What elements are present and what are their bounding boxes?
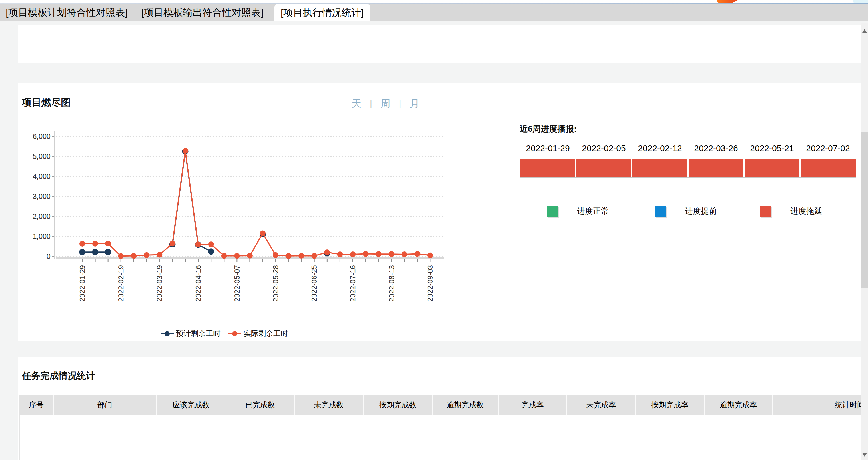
data-point-实际剩余工时	[337, 252, 343, 257]
tab-2[interactable]: [项目模板输出符合性对照表]	[138, 6, 267, 19]
data-point-实际剩余工时	[273, 252, 278, 258]
status-swatch-进度拖延	[760, 206, 771, 217]
x-axis-label: 2022-03-19	[155, 265, 163, 302]
broadcast-table: 2022-01-292022-02-052022-02-122022-03-26…	[520, 138, 856, 178]
x-axis-tick	[288, 259, 289, 262]
tasks-header-cell-完成率: 完成率	[499, 395, 567, 415]
y-axis-label: 6,000	[33, 132, 51, 140]
data-point-预计剩余工时	[92, 249, 98, 255]
y-axis-label: 2,000	[33, 212, 51, 220]
x-axis-tick	[172, 259, 173, 262]
x-axis-tick	[223, 259, 224, 262]
broadcast-title: 近6周进度播报:	[520, 124, 577, 135]
legend-item-预计剩余工时[interactable]: 预计剩余工时	[161, 329, 221, 338]
burndown-card: 项目燃尽图 天|周|月 01,0002,0003,0004,0005,0006,…	[18, 84, 861, 340]
broadcast-date-cell: 2022-05-21	[744, 138, 800, 159]
data-point-实际剩余工时	[183, 148, 188, 154]
x-axis-label: 2022-04-16	[194, 265, 203, 302]
data-point-实际剩余工时	[402, 252, 407, 257]
x-axis-label: 2022-07-16	[349, 265, 357, 302]
y-axis-label: 3,000	[33, 192, 51, 200]
toggle-天[interactable]: 天	[351, 97, 361, 110]
broadcast-date-cell: 2022-02-12	[632, 138, 688, 159]
x-axis-label: 2022-05-28	[272, 265, 280, 302]
data-point-实际剩余工时	[92, 241, 98, 247]
data-point-实际剩余工时	[324, 250, 330, 255]
tab-3[interactable]: [项目执行情况统计]	[274, 4, 370, 21]
x-axis-tick	[314, 259, 315, 262]
status-swatch-进度正常	[547, 206, 558, 217]
data-point-实际剩余工时	[118, 253, 124, 259]
broadcast-date-cell: 2022-01-29	[520, 138, 576, 159]
data-point-预计剩余工时	[105, 249, 111, 255]
x-axis-tick	[133, 259, 134, 262]
data-point-实际剩余工时	[414, 251, 420, 257]
data-point-实际剩余工时	[157, 252, 162, 257]
data-point-实际剩余工时	[363, 251, 369, 257]
toggle-separator: |	[370, 99, 372, 108]
data-point-实际剩余工时	[131, 253, 136, 259]
x-axis-tick	[146, 259, 147, 262]
x-axis-label: 2022-01-29	[78, 265, 86, 302]
tasks-header-cell-序号: 序号	[20, 395, 54, 415]
toggle-月[interactable]: 月	[410, 97, 420, 110]
tasks-header-cell-应该完成数: 应该完成数	[157, 395, 226, 415]
x-axis-tick	[121, 259, 121, 262]
data-point-实际剩余工时	[169, 240, 175, 246]
data-point-实际剩余工时	[311, 253, 317, 259]
legend-marker-icon	[228, 330, 241, 337]
status-label: 进度正常	[577, 206, 609, 217]
broadcast-status-cell	[744, 159, 800, 178]
y-axis-label: 5,000	[33, 152, 51, 160]
status-label: 进度提前	[685, 206, 717, 217]
x-axis-tick	[417, 259, 417, 262]
y-axis-label: 0	[46, 252, 51, 260]
legend-item-实际剩余工时[interactable]: 实际剩余工时	[228, 329, 288, 338]
tasks-card: 任务完成情况统计 序号部门应该完成数已完成数未完成数按期完成数逾期完成数完成率未…	[18, 357, 861, 460]
burndown-title: 项目燃尽图	[22, 96, 71, 109]
period-toggle-group: 天|周|月	[351, 97, 420, 110]
x-axis-label: 2022-05-07	[233, 265, 241, 302]
data-point-预计剩余工时	[208, 248, 214, 255]
x-axis-tick	[108, 259, 108, 262]
x-axis-tick	[378, 259, 379, 262]
legend-marker-icon	[161, 330, 174, 337]
tasks-header-cell-按期完成率: 按期完成率	[636, 395, 705, 415]
scrollbar-thumb[interactable]	[861, 132, 868, 288]
broadcast-status-cell	[800, 159, 856, 178]
broadcast-date-cell: 2022-02-05	[576, 138, 632, 159]
data-point-实际剩余工时	[195, 242, 201, 248]
y-axis-line	[54, 131, 56, 259]
toggle-separator: |	[399, 99, 401, 108]
x-axis-tick	[262, 259, 263, 262]
toggle-周[interactable]: 周	[381, 97, 391, 110]
tab-1[interactable]: [项目模板计划符合性对照表]	[3, 6, 131, 19]
data-point-实际剩余工时	[247, 253, 253, 259]
tasks-header-cell-未完成率: 未完成率	[567, 395, 636, 415]
scroll-down-icon[interactable]	[862, 453, 867, 457]
y-axis-label: 4,000	[33, 172, 51, 180]
broadcast-date-cell: 2022-03-26	[688, 138, 744, 159]
x-axis-label: 2022-02-19	[117, 265, 125, 302]
legend-label: 实际剩余工时	[244, 329, 288, 338]
x-axis-tick	[391, 259, 392, 262]
tasks-header-row: 序号部门应该完成数已完成数未完成数按期完成数逾期完成数完成率未完成率按期完成率逾…	[20, 395, 868, 415]
broadcast-status-cell	[576, 159, 632, 178]
tasks-header-cell-统计时间: 统计时间	[773, 395, 868, 415]
tasks-header-cell-逾期完成率: 逾期完成率	[705, 395, 773, 415]
data-point-实际剩余工时	[389, 251, 395, 257]
status-swatch-进度提前	[655, 206, 665, 217]
scroll-up-icon[interactable]	[862, 29, 867, 33]
tasks-header-cell-已完成数: 已完成数	[226, 395, 294, 415]
x-axis-tick	[95, 259, 96, 262]
tasks-title: 任务完成情况统计	[22, 370, 95, 382]
data-point-实际剩余工时	[144, 252, 150, 258]
tasks-header-cell-逾期完成数: 逾期完成数	[433, 395, 499, 415]
data-point-实际剩余工时	[376, 251, 381, 257]
data-point-实际剩余工时	[285, 253, 291, 259]
tasks-header-cell-按期完成数: 按期完成数	[364, 395, 433, 415]
x-axis-tick	[365, 259, 366, 262]
broadcast-date-cell: 2022-07-02	[800, 138, 856, 159]
vertical-scrollbar[interactable]	[861, 23, 868, 460]
tasks-table-edge	[20, 415, 20, 460]
